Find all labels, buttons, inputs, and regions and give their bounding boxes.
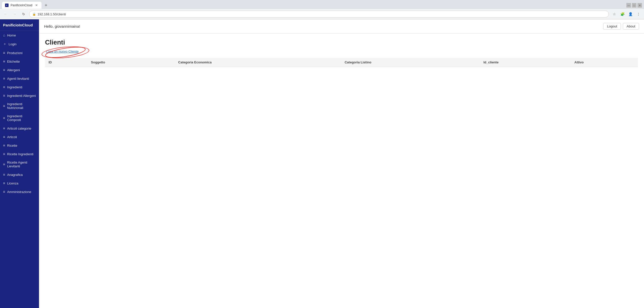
- sidebar-item-allergeni[interactable]: ≡ Allergeni: [0, 66, 39, 74]
- sidebar-label-licenza: Licenza: [7, 181, 18, 185]
- col-attivo: Attivo: [571, 58, 638, 67]
- sidebar-item-agenti-lievitanti[interactable]: ≡ Agenti lievitanti: [0, 74, 39, 83]
- sidebar-label-articoli-categorie: Articoli categorie: [7, 127, 31, 130]
- col-soggetto: Soggetto: [88, 58, 175, 67]
- sidebar-item-etichette[interactable]: ≡ Etichette: [0, 57, 39, 66]
- top-bar: Hello, giovannimaina! Logout About: [39, 19, 644, 33]
- create-link-wrapper: Crea un nuovo Cliente: [45, 49, 79, 53]
- sidebar-item-anagrafica[interactable]: ≡ Anagrafica: [0, 170, 39, 179]
- top-actions: Logout About: [603, 23, 639, 30]
- sidebar-label-ingredienti-allergeni: Ingredienti Allergeni: [7, 94, 36, 98]
- articoli-icon: ≡: [3, 135, 5, 139]
- forward-button[interactable]: →: [11, 11, 18, 18]
- table-header: ID Soggetto Categoria Economica Categori…: [45, 58, 638, 67]
- sidebar-label-ingredienti: Ingredienti: [7, 85, 22, 89]
- ricette-agenti-lievitanti-icon: ≡: [3, 162, 5, 166]
- window-controls: — □ ✕: [626, 3, 642, 8]
- reload-button[interactable]: ↻: [20, 11, 27, 18]
- sidebar-label-allergeni: Allergeni: [7, 68, 20, 72]
- extensions-button[interactable]: 🧩: [619, 11, 626, 18]
- address-input[interactable]: 🔒 192.168.1.50/clienti: [29, 11, 609, 18]
- amministrazione-icon: ≡: [3, 190, 5, 194]
- col-id: ID: [45, 58, 88, 67]
- produzioni-icon: ≡: [3, 51, 5, 55]
- sidebar-label-agenti-lievitanti: Agenti lievitanti: [7, 77, 29, 81]
- sidebar-item-ricette[interactable]: ≡ Ricette: [0, 141, 39, 150]
- sidebar-label-ingredienti-nutrizionali: Ingredienti Nutrizionali: [7, 102, 36, 110]
- maximize-button[interactable]: □: [632, 3, 636, 8]
- col-id-cliente: Id_cliente: [480, 58, 571, 67]
- sidebar-item-ingredienti-allergeni[interactable]: ≡ Ingredienti Allergeni: [0, 91, 39, 100]
- browser-actions: ☆ 🧩 👤 ⋮: [611, 11, 642, 18]
- ricette-ingredienti-icon: ≡: [3, 152, 5, 156]
- col-categoria-listino: Categoria Listino: [341, 58, 480, 67]
- page-content: Clienti Crea un nuovo Cliente ID Soggett…: [39, 33, 644, 72]
- col-categoria-economica: Categoria Economica: [175, 58, 341, 67]
- sidebar-item-ingredienti[interactable]: ≡ Ingredienti: [0, 83, 39, 91]
- sidebar-item-ingredienti-nutrizionali[interactable]: ≡ Ingredienti Nutrizionali: [0, 100, 39, 112]
- sidebar-item-produzioni[interactable]: ≡ Produzioni: [0, 49, 39, 57]
- sidebar-label-home: Home: [7, 33, 16, 37]
- sidebar: PanificioInCloud ⌂ Home ＋ Login ≡ Produz…: [0, 19, 39, 308]
- active-tab[interactable]: P PanificioInCloud ✕: [2, 2, 42, 9]
- sidebar-label-ingredienti-composti: Ingredienti Composti: [7, 114, 36, 122]
- ingredienti-composti-icon: ≡: [3, 116, 5, 120]
- tab-title: PanificioInCloud: [11, 4, 32, 7]
- anagrafica-icon: ≡: [3, 173, 5, 177]
- licenza-icon: ≡: [3, 181, 5, 185]
- sidebar-item-login[interactable]: ＋ Login: [0, 40, 39, 49]
- minimize-button[interactable]: —: [626, 3, 631, 8]
- profile-button[interactable]: 👤: [627, 11, 634, 18]
- sidebar-item-articoli[interactable]: ≡ Articoli: [0, 133, 39, 141]
- sidebar-label-produzioni: Produzioni: [7, 51, 22, 55]
- new-tab-button[interactable]: +: [43, 2, 50, 9]
- sidebar-item-ricette-ingredienti[interactable]: ≡ Ricette Ingredienti: [0, 150, 39, 158]
- table-header-row: ID Soggetto Categoria Economica Categori…: [45, 58, 638, 67]
- app-container: PanificioInCloud ⌂ Home ＋ Login ≡ Produz…: [0, 19, 644, 308]
- browser-chrome: P PanificioInCloud ✕ + — □ ✕ ← → ↻ 🔒 192…: [0, 0, 644, 19]
- sidebar-label-anagrafica: Anagrafica: [7, 173, 23, 177]
- back-button[interactable]: ←: [2, 11, 9, 18]
- greeting-text: Hello, giovannimaina!: [44, 24, 80, 28]
- etichette-icon: ≡: [3, 59, 5, 63]
- articoli-categorie-icon: ≡: [3, 126, 5, 130]
- sidebar-brand: PanificioInCloud: [0, 19, 39, 31]
- sidebar-item-home[interactable]: ⌂ Home: [0, 31, 39, 40]
- sidebar-label-amministrazione: Amministrazione: [7, 190, 31, 194]
- sidebar-item-ricette-agenti-lievitanti[interactable]: ≡ Ricette Agenti Lievitanti: [0, 158, 39, 170]
- ingredienti-nutrizionali-icon: ≡: [3, 104, 5, 108]
- login-icon: ＋: [3, 42, 7, 46]
- security-icon: 🔒: [32, 13, 36, 16]
- sidebar-item-licenza[interactable]: ≡ Licenza: [0, 179, 39, 187]
- sidebar-label-ricette: Ricette: [7, 144, 17, 147]
- ingredienti-icon: ≡: [3, 85, 5, 89]
- allergeni-icon: ≡: [3, 68, 5, 72]
- home-icon: ⌂: [3, 33, 5, 37]
- menu-button[interactable]: ⋮: [635, 11, 642, 18]
- page-title: Clienti: [45, 38, 638, 46]
- sidebar-item-ingredienti-composti[interactable]: ≡ Ingredienti Composti: [0, 112, 39, 124]
- url-text: 192.168.1.50/clienti: [37, 12, 66, 16]
- sidebar-item-articoli-categorie[interactable]: ≡ Articoli categorie: [0, 124, 39, 133]
- sidebar-label-ricette-agenti-lievitanti: Ricette Agenti Lievitanti: [7, 161, 36, 168]
- ricette-icon: ≡: [3, 143, 5, 147]
- sidebar-label-ricette-ingredienti: Ricette Ingredienti: [7, 152, 33, 156]
- tab-bar: P PanificioInCloud ✕ + — □ ✕: [0, 0, 644, 9]
- sidebar-label-etichette: Etichette: [7, 60, 20, 63]
- tab-close-button[interactable]: ✕: [34, 3, 38, 7]
- sidebar-label-login: Login: [9, 42, 17, 46]
- about-button[interactable]: About: [623, 23, 639, 30]
- agenti-lievitanti-icon: ≡: [3, 76, 5, 81]
- sidebar-item-amministrazione[interactable]: ≡ Amministrazione: [0, 187, 39, 196]
- close-button[interactable]: ✕: [637, 3, 642, 8]
- main-content: Hello, giovannimaina! Logout About Clien…: [39, 19, 644, 308]
- clients-table: ID Soggetto Categoria Economica Categori…: [45, 58, 638, 67]
- address-bar: ← → ↻ 🔒 192.168.1.50/clienti ☆ 🧩 👤 ⋮: [0, 9, 644, 19]
- create-cliente-link[interactable]: Crea un nuovo Cliente: [45, 49, 79, 54]
- ingredienti-allergeni-icon: ≡: [3, 94, 5, 98]
- sidebar-label-articoli: Articoli: [7, 135, 17, 139]
- bookmark-button[interactable]: ☆: [611, 11, 618, 18]
- logout-button[interactable]: Logout: [603, 23, 621, 30]
- tab-favicon: P: [5, 4, 9, 7]
- table-container: ID Soggetto Categoria Economica Categori…: [45, 58, 638, 67]
